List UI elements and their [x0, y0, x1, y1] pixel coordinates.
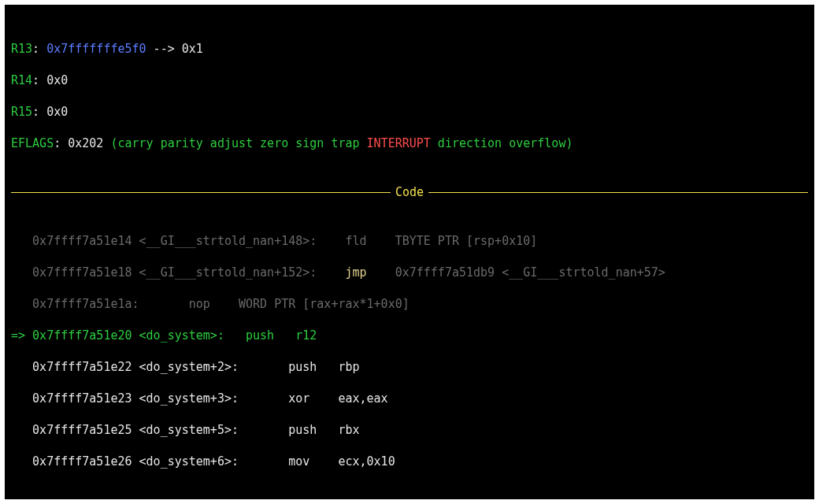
reg-r15: R15: 0x0	[11, 104, 808, 120]
reg-r14: R14: 0x0	[11, 72, 808, 88]
disasm-line: 0x7ffff7a51e1a: nop WORD PTR [rax+rax*1+…	[11, 296, 808, 312]
disasm-line: 0x7ffff7a51e23 <do_system+3>: xor eax,ea…	[11, 391, 808, 406]
disasm-line: 0x7ffff7a51e22 <do_system+2>: push rbp	[11, 359, 808, 375]
disasm-line: 0x7ffff7a51e18 <__GI___strtold_nan+152>:…	[11, 265, 808, 280]
disasm-line: 0x7ffff7a51e14 <__GI___strtold_nan+148>:…	[11, 233, 808, 249]
eflags-active: INTERRUPT	[367, 136, 431, 150]
section-code-divider: Code	[11, 184, 808, 200]
reg-val: 0x1	[182, 42, 203, 56]
reg-eflags: EFLAGS: 0x202 (carry parity adjust zero …	[11, 135, 808, 151]
reg-addr: 0x7fffffffe5f0	[46, 42, 146, 56]
disasm-line: 0x7ffff7a51e26 <do_system+6>: mov ecx,0x…	[11, 454, 808, 469]
reg-r13: R13: 0x7fffffffe5f0 --> 0x1	[11, 41, 808, 57]
disasm-line: 0x7ffff7a51e25 <do_system+5>: push rbx	[11, 422, 808, 438]
disasm-current: => 0x7ffff7a51e20 <do_system>: push r12	[11, 328, 808, 343]
reg-label: R13	[11, 42, 32, 56]
terminal[interactable]: R13: 0x7fffffffe5f0 --> 0x1 R14: 0x0 R15…	[5, 5, 814, 499]
